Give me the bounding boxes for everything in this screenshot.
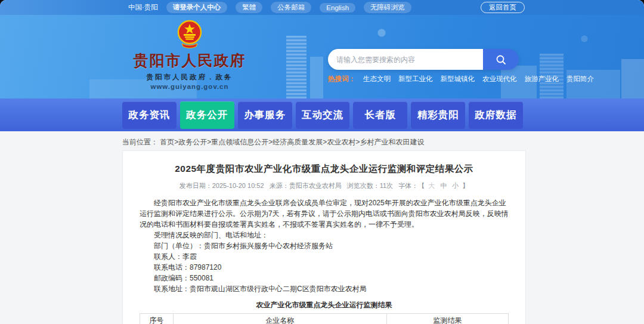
link-accessibility[interactable]: 无障碍浏览 xyxy=(364,2,411,13)
hot-term-industrialization[interactable]: 新型工业化 xyxy=(398,75,433,84)
link-login-personal-center[interactable]: 请登录个人中心 xyxy=(166,2,228,13)
search-button[interactable] xyxy=(483,49,519,70)
link-china-guiyang[interactable]: 中国·贵阳 xyxy=(128,3,158,12)
table-header-row: 序号 企业名称 监测结果 xyxy=(140,314,509,324)
skyline-decoration xyxy=(310,57,323,98)
article-meta: 发布日期：2025-10-20 10:52 来源：贵阳市农业农村局 浏览次数：1… xyxy=(140,181,509,190)
skyline-decoration xyxy=(286,36,306,98)
nav-tabs: 政务资讯 政务公开 办事服务 互动交流 长者版 精彩贵阳 政府数据 xyxy=(122,101,523,129)
content-area: 当前位置： 首页>政务公开>重点领域信息公开>经济高质量发展>农业农村>乡村产业… xyxy=(0,131,644,324)
site-logo[interactable]: 贵阳市人民政府 贵阳市人民政府．政务 www.guiyang.gov.cn xyxy=(127,20,252,90)
breadcrumb-path[interactable]: 首页>政务公开>重点领域信息公开>经济高质量发展>农业农村>乡村产业和农田建设 xyxy=(160,138,424,146)
view-count: 浏览次数：11次 xyxy=(347,182,393,189)
link-english[interactable]: English xyxy=(320,3,355,13)
header-result: 监测结果 xyxy=(387,314,509,324)
hot-search-label: 热搜词： xyxy=(328,75,355,84)
tab-zhangzhe-ban[interactable]: 长者版 xyxy=(353,101,407,129)
header-company: 企业名称 xyxy=(173,314,386,324)
font-size-small-button[interactable]: 小 xyxy=(452,182,459,189)
article-body: 经贵阳市农业产业化市级重点龙头企业联席会议成员单位审定，现对2025年开展的农业… xyxy=(140,198,509,294)
font-size-label: 字体：【 xyxy=(398,182,425,189)
tab-banshi-fuwu[interactable]: 办事服务 xyxy=(238,101,292,129)
article-card: 2025年度贵阳市农业产业化市级重点龙头企业运行监测和评定结果公示 发布日期：2… xyxy=(122,150,526,324)
font-size-label-close: 】 xyxy=(462,182,469,189)
paragraph: 受理情况反映的部门、电话和地址： xyxy=(140,230,509,240)
paragraph: 邮政编码：550081 xyxy=(140,273,509,283)
main-navigation: 政务资讯 政务公开 办事服务 互动交流 长者版 精彩贵阳 政府数据 xyxy=(0,98,644,131)
table-caption: 农业产业化市级重点龙头企业运行监测结果 xyxy=(140,300,509,310)
top-links: 中国·贵阳 请登录个人中心 繁體 公务邮箱 English 无障碍浏览 xyxy=(128,2,411,13)
header-seq: 序号 xyxy=(140,314,174,324)
paragraph: 联系电话：87987120 xyxy=(140,262,509,273)
search-area: 热搜词： 生态文明 新型工业化 新型城镇化 农业现代化 旅游产业化 贵阳简介 xyxy=(328,49,525,84)
link-traditional-chinese[interactable]: 繁體 xyxy=(236,2,262,13)
return-home-button[interactable]: 返回首页 xyxy=(481,2,525,13)
national-emblem-icon xyxy=(176,20,203,50)
paragraph: 联系地址：贵阳市观山湖区市级行政中心二期C区贵阳市农业农村局 xyxy=(140,283,509,294)
font-size-large-button[interactable]: 大 xyxy=(428,182,435,189)
hot-term-agri-modernization[interactable]: 农业现代化 xyxy=(482,75,517,84)
site-subtitle: 贵阳市人民政府．政务 xyxy=(127,73,252,82)
tab-hudong-jiaoliu[interactable]: 互动交流 xyxy=(296,101,350,129)
link-official-mail[interactable]: 公务邮箱 xyxy=(271,2,311,13)
site-banner: 贵阳市人民政府 贵阳市人民政府．政务 www.guiyang.gov.cn 热搜… xyxy=(0,15,644,98)
hot-term-ecology[interactable]: 生态文明 xyxy=(363,75,391,84)
font-size-medium-button[interactable]: 中 xyxy=(440,182,447,189)
breadcrumb: 当前位置： 首页>政务公开>重点领域信息公开>经济高质量发展>农业农村>乡村产业… xyxy=(122,137,424,147)
top-utility-bar: 中国·贵阳 请登录个人中心 繁體 公务邮箱 English 无障碍浏览 返回首页 xyxy=(0,0,644,15)
tab-zhengfu-shuju[interactable]: 政府数据 xyxy=(469,101,523,129)
site-url: www.guiyang.gov.cn xyxy=(127,83,252,90)
article-source: 来源：贵阳市农业农村局 xyxy=(270,182,342,189)
hot-search-row: 热搜词： 生态文明 新型工业化 新型城镇化 农业现代化 旅游产业化 贵阳简介 xyxy=(328,75,525,84)
hot-term-tourism[interactable]: 旅游产业化 xyxy=(525,75,559,84)
paragraph: 经贵阳市农业产业化市级重点龙头企业联席会议成员单位审定，现对2025年开展的农业… xyxy=(140,198,509,230)
paragraph: 部门（单位）：贵阳市乡村振兴服务中心农村经济服务站 xyxy=(140,240,509,251)
tab-jingcai-guiyang[interactable]: 精彩贵阳 xyxy=(411,101,465,129)
search-icon xyxy=(495,54,507,66)
page: 中国·贵阳 请登录个人中心 繁體 公务邮箱 English 无障碍浏览 返回首页 xyxy=(0,0,644,324)
article-title: 2025年度贵阳市农业产业化市级重点龙头企业运行监测和评定结果公示 xyxy=(140,163,509,175)
search-bar xyxy=(328,49,519,70)
tab-zhengwu-gongkai[interactable]: 政务公开 xyxy=(180,101,234,129)
publish-date: 发布日期：2025-10-20 10:52 xyxy=(179,182,264,189)
tab-zhengwu-zixun[interactable]: 政务资讯 xyxy=(122,101,177,129)
skyline-decoration xyxy=(621,59,644,98)
paragraph: 联系人：李霞 xyxy=(140,251,509,262)
site-title: 贵阳市人民政府 xyxy=(127,51,252,70)
search-input[interactable] xyxy=(328,49,483,70)
hot-term-guiyang-intro[interactable]: 贵阳简介 xyxy=(566,75,594,84)
monitoring-result-table: 序号 企业名称 监测结果 1 贵州合力超市采购有限公司 合格 2 贵州友禾种业有… xyxy=(140,313,509,324)
hot-term-urbanization[interactable]: 新型城镇化 xyxy=(441,75,475,84)
breadcrumb-label: 当前位置： xyxy=(122,138,158,146)
